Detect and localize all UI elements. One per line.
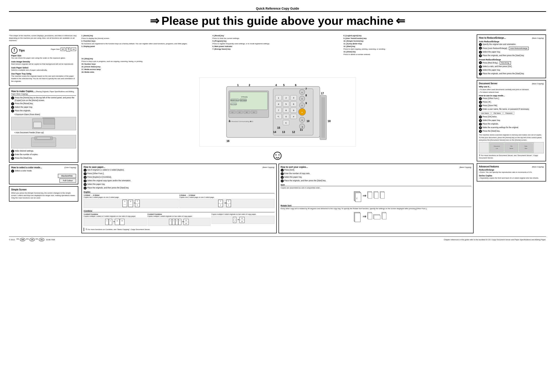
svg-rect-1 — [44, 119, 55, 124]
save-step-5: 5Select the paper tray. — [84, 183, 275, 186]
svg-rect-117 — [172, 219, 175, 225]
color-step-1: 1 Select a color mode. — [11, 170, 76, 172]
preset-re-step-2: 2 Select a ratio, and then press [OK]. — [479, 65, 544, 68]
duplex-2-2: 2-Sided → 2-Sided Copies one 2-sided pag… — [179, 194, 274, 208]
tip-paper-size-title: Paper Size — [11, 55, 76, 57]
combine-2sided: 2-sided Combine Copies multiple 1-sided … — [148, 213, 211, 226]
svg-text:2: 2 — [285, 97, 286, 99]
page-title: Quick Reference Copy Guide — [9, 7, 546, 10]
svg-text:1: 1 — [137, 200, 138, 202]
black-white-button[interactable]: Black&White — [58, 174, 76, 178]
svg-text:1|2: 1|2 — [241, 218, 243, 219]
svg-marker-2 — [43, 118, 55, 119]
svg-text:●: ● — [301, 111, 302, 114]
svg-text:7: 7 — [305, 87, 307, 91]
svg-text:2: 2 — [234, 221, 235, 222]
exposure-glass-image — [11, 117, 76, 130]
ds-field-row: User Name File Name Password — [479, 112, 544, 115]
svg-text:___: ___ — [129, 203, 132, 205]
svg-text:Auto-Select: Auto-Select — [230, 103, 237, 105]
tip-auto-paper-title: Auto Paper Select — [11, 67, 76, 69]
svg-rect-113 — [120, 219, 124, 225]
svg-text:1|2: 1|2 — [116, 220, 118, 221]
sort-sub: (Basic Copying) — [460, 166, 471, 168]
svg-text:List: List — [496, 148, 498, 149]
svg-text:2: 2 — [248, 84, 250, 87]
ds-why-title: Why use it... — [479, 86, 544, 88]
smiley-icon: ☺ — [81, 148, 474, 162]
svg-text:⇒: ⇒ — [237, 218, 239, 221]
save-paper-note: ❢ For more functions on Combine, see "Ba… — [84, 228, 275, 231]
advanced-features-box: Advanced features (Basic Copying) Reduce… — [477, 163, 546, 181]
svg-rect-140 — [356, 193, 361, 202]
ds-description: The machine stores scanned originals in … — [479, 134, 544, 141]
re-title: How to Reduce/Enlarge... — [479, 37, 506, 39]
auto-re-button[interactable]: Auto Reduce/Enlarge — [509, 47, 529, 50]
arrow-left-icon: ⇒ — [150, 14, 159, 27]
copyright: © 2013 — [9, 239, 15, 241]
svg-text:F4: F4 — [253, 112, 255, 113]
svg-rect-154 — [355, 213, 360, 222]
copy-step-4: 4 Place the originals. — [11, 109, 76, 112]
auto-re-step-3: 3 Select the paper tray. — [479, 51, 544, 54]
simple-screen-text: When you press the [Simple Screen] key, … — [11, 192, 76, 199]
svg-text:1: 1 — [228, 200, 229, 202]
ds-field-password[interactable]: Password — [503, 112, 514, 115]
badge-au: AU — [39, 238, 44, 241]
paper-b5: B5 — [61, 48, 66, 51]
color-buttons-group: Black&White Full Colour — [11, 174, 76, 183]
svg-text:F3: F3 — [246, 112, 248, 113]
ds-field-filename[interactable]: File Name — [491, 112, 503, 115]
subtitle-text: Please put this guide above your machine — [161, 14, 394, 28]
machine-diagram: ⊙Ready B&W/Colour Full Colour Auto-Selec… — [81, 77, 474, 147]
ds-screenshot: Document List File Name Date Size — [479, 142, 544, 153]
full-colour-button[interactable]: Full Colour — [59, 178, 76, 183]
copy-step-5: 5 Make desired settings. — [11, 150, 76, 153]
svg-text:■: ■ — [301, 119, 302, 121]
svg-rect-106 — [105, 219, 109, 225]
svg-text:9: 9 — [305, 102, 307, 105]
save-step-4: 4Select the original copy types and/or t… — [84, 179, 275, 182]
copy-step-7: 7 Press the [Start] key. — [11, 157, 76, 160]
tips-icon: ! — [11, 47, 17, 54]
ds-step-9: 9Press the [Start] key. — [479, 130, 544, 133]
svg-text:13: 13 — [282, 130, 285, 134]
ds-step-8: 8Make the scanning settings for the orig… — [479, 126, 544, 129]
svg-text:☰: ☰ — [301, 105, 303, 106]
svg-text:8: 8 — [305, 94, 307, 97]
key-8: 8. [Login/Logout] key 9. [User Tools/Cou… — [343, 34, 474, 56]
tip-tray-title: Use Paper Tray Settg — [11, 73, 76, 75]
ds-title: Document Server — [479, 82, 497, 85]
badge-en1: EN — [16, 238, 19, 241]
adv-sub: (Basic Copying) — [532, 166, 544, 168]
tips-box: ! Tips Paper Size B5 ? A4 Paper Size You… — [9, 45, 78, 86]
svg-text:4: 4 — [278, 103, 279, 105]
color-mode-box: How to select a color mode... (Color Cop… — [9, 164, 78, 184]
svg-rect-158 — [368, 213, 372, 219]
combine-1sided: 1-sided Combine Copies multiple 1-sided … — [84, 213, 147, 226]
duplex-title: Duplex — [84, 191, 275, 193]
svg-text:1: 1 — [170, 220, 171, 221]
tip-paper-size-text: You can check the paper size using the s… — [11, 57, 76, 59]
svg-text:⇒: ⇒ — [224, 201, 226, 205]
svg-text:4: 4 — [180, 220, 180, 221]
adv-reduce-enlarge: Reduce/Enlarge • Zoom: You can specify t… — [479, 169, 544, 173]
exposure-glass-label: Exposure Glass (Face down) — [11, 113, 76, 116]
svg-text:1: 1 — [278, 97, 279, 99]
sort-step-4: 4Place the originals, and then press the… — [281, 179, 472, 182]
svg-text:12: 12 — [292, 130, 295, 134]
svg-rect-145 — [368, 192, 372, 199]
ds-step-5: 5Press [OK] twice. — [479, 115, 544, 118]
svg-text:Size: Size — [525, 148, 527, 149]
red-enlg-button[interactable]: Red./Enlg. — [500, 61, 511, 64]
ds-field-username[interactable]: User Name — [479, 112, 491, 115]
right-column: How to Reduce/Enlarge... (Basic Copying)… — [477, 34, 546, 233]
copy-step-1: 1 Press the [Home] key on the top left o… — [11, 97, 76, 102]
color-mode-sub: (Color Copying) — [64, 166, 76, 169]
footer-badges: EN GB EN US EN AU — [16, 238, 44, 241]
ds-step-6: 6Select the paper tray. — [479, 119, 544, 122]
svg-text:F1: F1 — [232, 112, 233, 113]
keys-col-3: 8. [Login/Logout] key 9. [User Tools/Cou… — [343, 34, 474, 57]
svg-text:11: 11 — [300, 128, 303, 131]
svg-text:7: 7 — [278, 109, 279, 112]
